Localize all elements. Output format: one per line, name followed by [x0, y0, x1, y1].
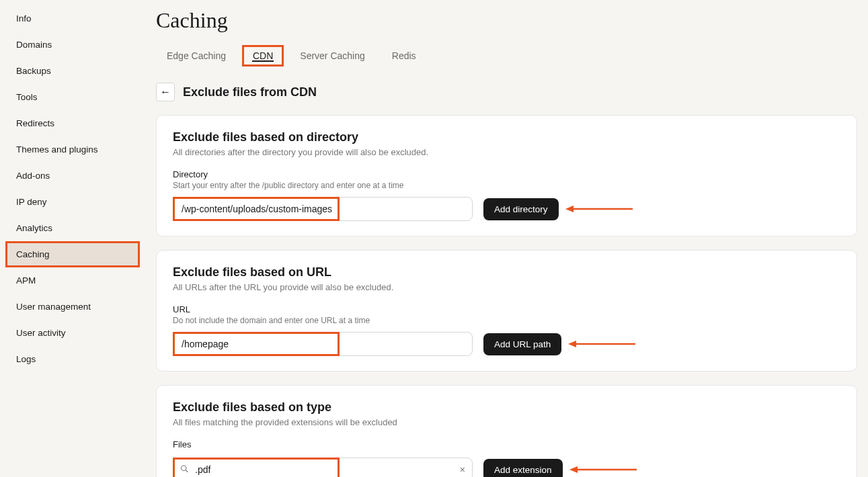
main-content: Caching Edge Caching CDN Server Caching …: [145, 0, 868, 477]
sidebar-item-themes-plugins[interactable]: Themes and plugins: [0, 136, 145, 163]
svg-marker-3: [568, 341, 576, 347]
url-input[interactable]: /homepage: [173, 332, 473, 356]
sidebar: Info Domains Backups Tools Redirects The…: [0, 0, 145, 477]
svg-line-5: [186, 470, 188, 472]
section-title: Exclude files from CDN: [183, 85, 317, 99]
sidebar-item-logs[interactable]: Logs: [0, 346, 145, 372]
sidebar-item-tools[interactable]: Tools: [0, 84, 145, 110]
field-label-directory: Directory: [173, 169, 840, 179]
field-hint-directory: Start your entry after the /public direc…: [173, 181, 840, 190]
sidebar-item-redirects[interactable]: Redirects: [0, 110, 145, 136]
input-row-url: /homepage Add URL path: [173, 332, 840, 356]
card-subtitle-type: All files matching the provided extensio…: [173, 417, 840, 427]
card-exclude-url: Exclude files based on URL All URLs afte…: [156, 250, 857, 372]
sidebar-item-apm[interactable]: APM: [0, 267, 145, 294]
annotation-arrow-url: [568, 340, 635, 348]
sidebar-item-domains[interactable]: Domains: [0, 32, 145, 58]
sidebar-item-add-ons[interactable]: Add-ons: [0, 163, 145, 189]
add-directory-button[interactable]: Add directory: [483, 198, 559, 220]
clear-icon[interactable]: ×: [460, 464, 465, 475]
directory-input[interactable]: /wp-content/uploads/custom-images: [173, 197, 473, 221]
annotation-highlight-type-value: .pdf: [173, 458, 340, 477]
sidebar-item-ip-deny[interactable]: IP deny: [0, 189, 145, 215]
files-input[interactable]: .pdf ×: [173, 458, 473, 477]
add-url-button[interactable]: Add URL path: [483, 333, 561, 355]
card-exclude-type: Exclude files based on type All files ma…: [156, 385, 857, 477]
svg-marker-7: [569, 466, 578, 473]
card-title-type: Exclude files based on type: [173, 400, 840, 415]
tabs: Edge Caching CDN Server Caching Redis: [156, 45, 857, 67]
card-title-directory: Exclude files based on directory: [173, 130, 840, 144]
search-icon: [180, 465, 188, 475]
input-row-type: .pdf × Add extension: [173, 458, 840, 477]
back-button[interactable]: ←: [156, 83, 175, 101]
card-subtitle-url: All URLs after the URL you provide will …: [173, 282, 840, 292]
sidebar-item-backups[interactable]: Backups: [0, 58, 145, 84]
input-row-directory: /wp-content/uploads/custom-images Add di…: [173, 197, 840, 221]
sidebar-item-caching[interactable]: Caching: [7, 243, 138, 265]
annotation-highlight-url-value: /homepage: [173, 332, 340, 356]
annotation-highlight-sidebar-caching: Caching: [5, 241, 140, 267]
section-header: ← Exclude files from CDN: [156, 83, 857, 101]
sidebar-item-user-activity[interactable]: User activity: [0, 320, 145, 346]
sidebar-item-user-management[interactable]: User management: [0, 294, 145, 320]
sidebar-item-analytics[interactable]: Analytics: [0, 215, 145, 241]
tab-cdn[interactable]: CDN: [242, 45, 284, 67]
arrow-left-icon: ←: [160, 86, 171, 98]
tab-redis[interactable]: Redis: [381, 45, 427, 67]
card-exclude-directory: Exclude files based on directory All dir…: [156, 115, 857, 236]
svg-point-4: [182, 466, 187, 471]
annotation-arrow-directory: [565, 205, 633, 213]
card-title-url: Exclude files based on URL: [173, 265, 840, 279]
sidebar-item-info[interactable]: Info: [0, 5, 145, 32]
field-label-url: URL: [173, 304, 840, 314]
add-extension-button[interactable]: Add extension: [483, 459, 563, 478]
card-subtitle-directory: All directories after the directory you …: [173, 147, 840, 157]
field-label-type: Files: [173, 439, 840, 449]
annotation-highlight-directory-value: /wp-content/uploads/custom-images: [173, 197, 340, 221]
svg-marker-1: [565, 206, 574, 212]
tab-server-caching[interactable]: Server Caching: [289, 45, 376, 67]
tab-edge-caching[interactable]: Edge Caching: [156, 45, 237, 67]
field-hint-url: Do not include the domain and enter one …: [173, 316, 840, 325]
annotation-arrow-type: [569, 466, 637, 474]
page-title: Caching: [156, 8, 857, 33]
